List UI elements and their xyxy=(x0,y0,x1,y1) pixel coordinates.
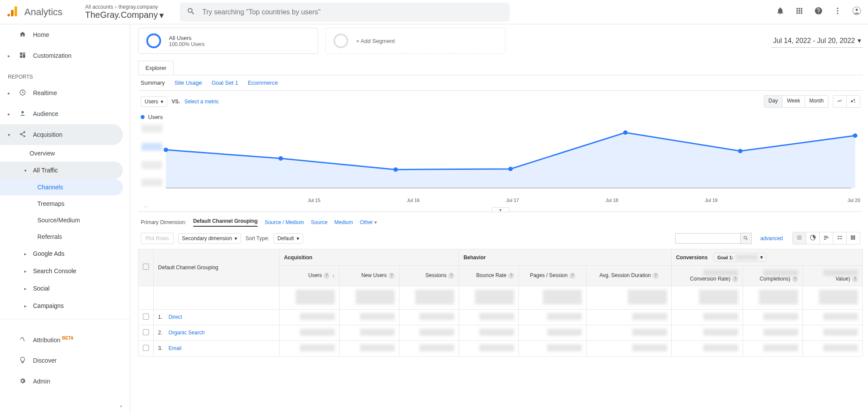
view-compare-icon[interactable] xyxy=(833,232,847,244)
subtab-goal-set[interactable]: Goal Set 1 xyxy=(211,79,238,86)
tab-explorer[interactable]: Explorer xyxy=(138,61,174,75)
period-day[interactable]: Day xyxy=(764,96,782,107)
help-icon[interactable]: ? xyxy=(508,273,514,279)
col-new-users[interactable]: New Users? xyxy=(339,266,399,286)
dimension-source-medium[interactable]: Source / Medium xyxy=(264,219,304,225)
gear-icon xyxy=(19,377,26,386)
metric-selector[interactable]: Users ▾ xyxy=(141,96,167,107)
sidebar-item-discover[interactable]: Discover xyxy=(0,350,130,371)
redacted-value xyxy=(703,313,738,320)
col-sessions[interactable]: Sessions? xyxy=(399,266,459,286)
dimension-selected[interactable]: Default Channel Grouping xyxy=(193,218,258,227)
select-all-checkbox[interactable] xyxy=(143,264,149,270)
account-selector[interactable]: All accounts › thegray.company TheGray.C… xyxy=(85,4,176,20)
svg-point-4 xyxy=(837,10,838,11)
table-search-input[interactable] xyxy=(675,233,740,244)
sidebar-item-google-ads[interactable]: ▸Google Ads xyxy=(0,245,130,262)
notifications-icon[interactable] xyxy=(776,7,785,17)
subtab-site-usage[interactable]: Site Usage xyxy=(175,79,202,86)
row-channel-link[interactable]: Direct xyxy=(168,314,182,320)
subtab-ecommerce[interactable]: Ecommerce xyxy=(248,79,278,86)
redacted-value xyxy=(628,290,667,304)
dimension-source[interactable]: Source xyxy=(311,219,327,225)
help-icon[interactable]: ? xyxy=(653,273,659,279)
sidebar-item-acquisition[interactable]: ▾ Acquisition xyxy=(0,124,123,145)
col-avg-session-duration[interactable]: Avg. Session Duration? xyxy=(587,266,672,286)
view-pie-icon[interactable] xyxy=(806,232,820,244)
col-dimension[interactable]: Default Channel Grouping xyxy=(158,264,218,271)
col-users[interactable]: Users?↓ xyxy=(280,266,340,286)
view-pivot-icon[interactable] xyxy=(847,232,860,244)
svg-rect-0 xyxy=(15,6,17,16)
date-range-selector[interactable]: Jul 14, 2022 - Jul 20, 2022 ▾ xyxy=(771,34,863,48)
search-bar[interactable] xyxy=(180,3,510,22)
sidebar-reports-header: REPORTS xyxy=(0,66,130,83)
segment-circle-icon xyxy=(146,33,161,48)
row-channel-link[interactable]: Email xyxy=(168,345,182,351)
col-completions[interactable]: Completions)? xyxy=(743,266,803,286)
caret-icon: ▸ xyxy=(24,269,29,274)
sidebar-item-channels[interactable]: Channels xyxy=(0,179,123,195)
sidebar-item-customization[interactable]: ▸ Customization xyxy=(0,45,130,66)
sidebar-item-social[interactable]: ▸Social xyxy=(0,280,130,297)
svg-point-16 xyxy=(23,135,25,137)
add-segment-button[interactable]: + Add Segment xyxy=(325,28,505,54)
chart-bubble-icon[interactable] xyxy=(847,96,860,107)
redacted-value xyxy=(763,329,798,336)
chart-line-icon[interactable] xyxy=(833,96,847,107)
row-checkbox[interactable] xyxy=(143,314,149,320)
help-icon[interactable]: ? xyxy=(732,276,738,282)
help-icon[interactable]: ? xyxy=(448,273,454,279)
help-icon[interactable]: ? xyxy=(569,273,575,279)
search-input[interactable] xyxy=(202,8,503,16)
sidebar-item-attribution[interactable]: AttributionBETA xyxy=(0,329,130,350)
sidebar-item-source-medium[interactable]: Source/Medium xyxy=(0,212,130,228)
segment-all-users[interactable]: All Users 100.00% Users xyxy=(138,28,318,54)
col-pages-session[interactable]: Pages / Session? xyxy=(519,266,587,286)
help-icon[interactable]: ? xyxy=(323,273,330,279)
sidebar-item-all-traffic[interactable]: ▾All Traffic xyxy=(0,162,123,179)
period-month[interactable]: Month xyxy=(805,96,828,107)
goal-selector[interactable]: Goal 1: ▾ xyxy=(713,253,767,262)
sidebar-item-campaigns[interactable]: ▸Campaigns xyxy=(0,297,130,314)
help-icon[interactable]: ? xyxy=(389,273,395,279)
help-icon[interactable] xyxy=(814,7,823,17)
sidebar-item-referrals[interactable]: Referrals xyxy=(0,228,130,245)
col-value[interactable]: Value)? xyxy=(803,266,863,286)
view-table-icon[interactable] xyxy=(793,232,806,244)
more-icon[interactable] xyxy=(833,7,842,17)
svg-point-13 xyxy=(21,111,23,113)
account-avatar-icon[interactable] xyxy=(852,7,861,17)
sidebar-item-overview[interactable]: Overview xyxy=(0,145,130,162)
help-icon[interactable]: ? xyxy=(792,276,798,282)
table-search-button[interactable] xyxy=(740,233,752,244)
row-channel-link[interactable]: Organic Search xyxy=(168,330,205,336)
row-checkbox[interactable] xyxy=(143,329,149,335)
chart-expand-handle[interactable]: ▾ xyxy=(492,207,509,212)
apps-icon[interactable] xyxy=(795,7,804,17)
sidebar-item-admin[interactable]: Admin xyxy=(0,371,130,392)
sidebar-item-home[interactable]: Home xyxy=(0,24,130,45)
chart-x-tick: Jul 16 xyxy=(363,198,463,203)
sidebar-item-audience[interactable]: ▸ Audience xyxy=(0,103,130,124)
period-week[interactable]: Week xyxy=(782,96,805,107)
collapse-sidebar-icon[interactable]: ‹ xyxy=(120,403,122,409)
dimension-other[interactable]: Other ▾ xyxy=(360,219,377,225)
secondary-dimension-selector[interactable]: Secondary dimension ▾ xyxy=(178,233,241,244)
col-bounce-rate[interactable]: Bounce Rate? xyxy=(459,266,519,286)
subtab-summary[interactable]: Summary xyxy=(141,79,165,86)
view-bar-icon[interactable] xyxy=(820,232,833,244)
sort-type-selector[interactable]: Default ▾ xyxy=(274,233,303,244)
customization-icon xyxy=(19,52,26,60)
col-conversion-rate[interactable]: Conversion Rate)? xyxy=(671,266,743,286)
sidebar-item-treemaps[interactable]: Treemaps xyxy=(0,195,130,212)
row-checkbox[interactable] xyxy=(143,345,149,351)
select-metric-link[interactable]: Select a metric xyxy=(185,99,219,105)
sidebar-item-realtime[interactable]: ▸ Realtime xyxy=(0,83,130,103)
advanced-link[interactable]: advanced xyxy=(760,235,783,241)
sidebar-label: Attribution xyxy=(33,337,60,344)
dimension-medium[interactable]: Medium xyxy=(334,219,353,225)
redacted-value xyxy=(819,290,858,304)
sidebar-item-search-console[interactable]: ▸Search Console xyxy=(0,262,130,280)
help-icon[interactable]: ? xyxy=(852,276,858,282)
